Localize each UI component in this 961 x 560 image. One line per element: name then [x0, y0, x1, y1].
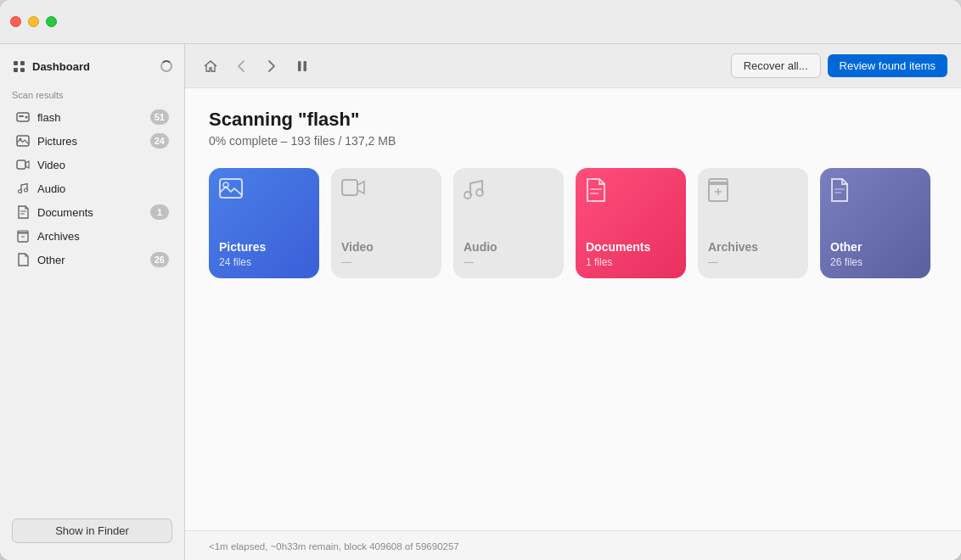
sidebar-documents-label: Documents — [37, 206, 150, 219]
content-main: Scanning "flash" 0% complete – 193 files… — [185, 88, 961, 530]
video-card-subtitle: — — [341, 256, 351, 268]
zoom-button[interactable] — [46, 16, 57, 27]
svg-rect-2 — [14, 68, 18, 72]
sidebar-item-audio[interactable]: Audio — [3, 176, 181, 200]
sidebar-item-documents[interactable]: Documents 1 — [3, 200, 181, 224]
svg-point-11 — [25, 188, 28, 192]
file-icon — [15, 252, 31, 267]
sidebar-item-video[interactable]: Video — [3, 153, 181, 176]
content-area: Recover all... Review found items Scanni… — [185, 44, 961, 560]
other-card-icon — [830, 178, 849, 208]
sidebar-item-archives[interactable]: Archives — [3, 224, 181, 248]
documents-card-subtitle: 1 files — [586, 256, 612, 268]
back-button[interactable] — [229, 54, 253, 78]
pictures-card-title: Pictures — [219, 240, 266, 255]
scan-results-label: Scan results — [0, 87, 184, 105]
audio-card-title: Audio — [464, 240, 497, 255]
main-content: Dashboard Scan results flash 51 — [0, 44, 961, 560]
archive-icon — [15, 228, 31, 244]
sidebar-flash-badge: 51 — [150, 109, 169, 125]
sidebar-audio-label: Audio — [37, 182, 169, 195]
documents-card-title: Documents — [586, 240, 650, 255]
sidebar-other-badge: 26 — [150, 252, 169, 267]
sidebar-video-label: Video — [37, 159, 169, 171]
hdd-icon — [15, 109, 31, 125]
forward-button[interactable] — [260, 54, 284, 78]
footer-status: <1m elapsed, ~0h33m remain, block 409608… — [209, 541, 459, 552]
archives-card-title: Archives — [708, 240, 758, 255]
traffic-lights — [10, 16, 57, 27]
content-footer: <1m elapsed, ~0h33m remain, block 409608… — [185, 530, 961, 560]
svg-rect-0 — [14, 61, 18, 65]
pictures-card-icon — [219, 178, 243, 206]
sidebar-archives-label: Archives — [37, 230, 169, 243]
cards-grid: Pictures 24 files Video — — [209, 168, 937, 278]
other-card-subtitle: 26 files — [830, 256, 863, 268]
svg-rect-21 — [342, 180, 357, 195]
doc-icon — [15, 204, 31, 220]
sidebar: Dashboard Scan results flash 51 — [0, 44, 185, 560]
dashboard-left: Dashboard — [12, 59, 90, 73]
card-audio[interactable]: Audio — — [453, 168, 564, 278]
card-other[interactable]: Other 26 files — [820, 168, 930, 278]
audio-card-subtitle: — — [464, 256, 474, 268]
pause-button[interactable] — [290, 54, 314, 78]
svg-rect-9 — [17, 160, 25, 169]
pictures-card-subtitle: 24 files — [219, 256, 251, 268]
close-button[interactable] — [10, 16, 21, 27]
dashboard-section[interactable]: Dashboard — [0, 53, 184, 80]
loading-spinner — [160, 60, 172, 72]
sidebar-item-pictures[interactable]: Pictures 24 — [3, 129, 181, 153]
scanning-subtitle: 0% complete – 193 files / 137,2 MB — [209, 134, 937, 148]
sidebar-flash-label: flash — [37, 111, 150, 124]
svg-point-10 — [19, 190, 22, 193]
sidebar-pictures-label: Pictures — [37, 135, 150, 148]
archives-card-icon — [708, 178, 728, 208]
sidebar-item-flash[interactable]: flash 51 — [3, 105, 181, 129]
dashboard-label: Dashboard — [32, 60, 90, 73]
svg-rect-18 — [304, 61, 307, 71]
audio-card-icon — [464, 178, 484, 206]
card-pictures[interactable]: Pictures 24 files — [209, 168, 319, 278]
show-in-finder-button[interactable]: Show in Finder — [12, 518, 172, 543]
recover-all-button[interactable]: Recover all... — [731, 53, 821, 78]
archives-card-subtitle: — — [708, 256, 718, 268]
content-toolbar: Recover all... Review found items — [185, 44, 961, 88]
grid-icon — [12, 59, 25, 73]
sidebar-documents-badge: 1 — [150, 204, 169, 220]
svg-rect-17 — [298, 61, 301, 71]
sidebar-item-other[interactable]: Other 26 — [3, 248, 181, 272]
card-archives[interactable]: Archives — — [698, 168, 808, 278]
music-icon — [15, 181, 31, 196]
video-card-title: Video — [341, 240, 374, 255]
svg-rect-3 — [20, 68, 25, 72]
svg-rect-5 — [19, 115, 24, 117]
video-card-icon — [341, 178, 365, 204]
other-card-title: Other — [830, 240, 862, 255]
image-icon — [15, 133, 31, 148]
minimize-button[interactable] — [28, 16, 39, 27]
home-button[interactable] — [199, 54, 222, 78]
review-found-button[interactable]: Review found items — [828, 54, 947, 77]
scanning-title: Scanning "flash" — [209, 109, 937, 131]
svg-rect-1 — [20, 61, 25, 65]
sidebar-footer: Show in Finder — [0, 510, 184, 552]
sidebar-other-label: Other — [37, 254, 150, 266]
sidebar-pictures-badge: 24 — [150, 133, 169, 148]
card-video[interactable]: Video — — [331, 168, 441, 278]
main-window: Dashboard Scan results flash 51 — [0, 0, 961, 560]
svg-point-6 — [25, 116, 28, 119]
video-icon — [15, 157, 31, 172]
titlebar — [0, 0, 961, 44]
card-documents[interactable]: Documents 1 files — [576, 168, 686, 278]
documents-card-icon — [586, 178, 606, 208]
